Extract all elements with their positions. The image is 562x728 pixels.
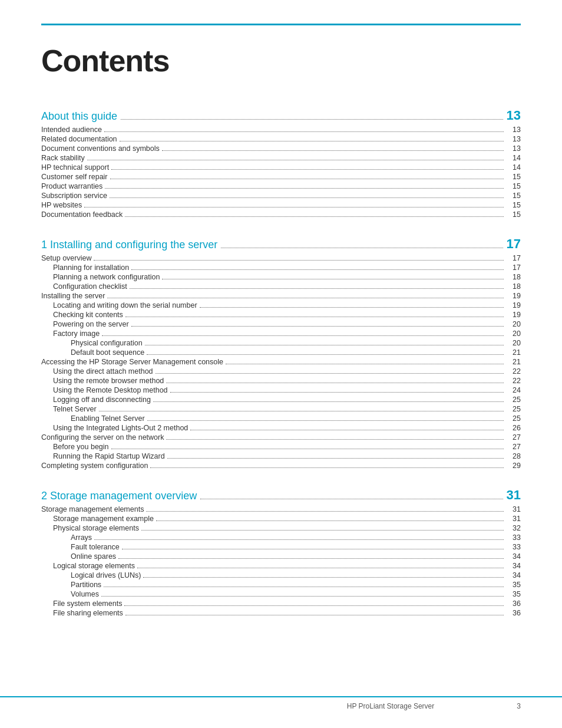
toc-row: Locating and writing down the serial num… xyxy=(41,301,521,309)
toc-page-number: 21 xyxy=(506,348,521,357)
toc-dots xyxy=(104,131,504,132)
toc-dots xyxy=(147,354,504,355)
toc-page-number: 35 xyxy=(506,590,521,598)
toc-row: Telnet Server25 xyxy=(41,405,521,413)
toc-item-label: File system elements xyxy=(53,599,122,608)
toc-page-number: 34 xyxy=(506,552,521,561)
toc-dots xyxy=(124,605,504,606)
toc-page-number: 34 xyxy=(506,571,521,579)
toc-page-number: 21 xyxy=(506,358,521,366)
toc-row: Physical configuration20 xyxy=(41,339,521,347)
toc-row: Planning a network configuration18 xyxy=(41,273,521,281)
toc-page-number: 36 xyxy=(506,599,521,608)
toc-item-label: Related documentation xyxy=(41,135,117,143)
toc-item-label: Factory image xyxy=(53,330,100,338)
toc-dots xyxy=(156,521,504,521)
toc-page-number: 20 xyxy=(506,339,521,347)
toc-item-label: Intended audience xyxy=(41,126,102,134)
toc-row: Checking kit contents19 xyxy=(41,311,521,319)
toc-dots xyxy=(107,298,504,298)
toc-row: Volumes35 xyxy=(41,590,521,598)
toc-item-label: Completing system configuration xyxy=(41,462,148,470)
toc-item-label: Physical configuration xyxy=(71,339,143,347)
toc-dots xyxy=(102,335,504,336)
toc-page-number: 17 xyxy=(506,254,521,262)
section-heading-dots-about xyxy=(121,119,503,120)
toc-dots xyxy=(146,511,504,512)
section-heading-row-about: About this guide13 xyxy=(41,108,521,123)
toc-item-label: HP technical support xyxy=(41,163,109,172)
toc-page-number: 19 xyxy=(506,311,521,319)
toc-page-number: 35 xyxy=(506,581,521,589)
toc-page-number: 32 xyxy=(506,524,521,532)
toc-item-label: Installing the server xyxy=(41,292,105,300)
toc-row: Factory image20 xyxy=(41,330,521,338)
toc-row: Logging off and disconnecting25 xyxy=(41,396,521,404)
toc-item-label: Planning for installation xyxy=(53,263,129,272)
footer-page-number: 3 xyxy=(517,702,521,710)
toc-section-ch1: 1 Installing and configuring the server1… xyxy=(41,236,521,470)
toc-item-label: Using the remote browser method xyxy=(53,377,164,385)
toc-item-label: Document conventions and symbols xyxy=(41,144,160,153)
toc-dots xyxy=(147,420,504,421)
toc-dots xyxy=(125,216,504,217)
footer-text: HP ProLiant Storage Server xyxy=(347,702,435,710)
toc-dots xyxy=(145,345,504,345)
toc-item-label: Arrays xyxy=(71,533,92,542)
footer-right: HP ProLiant Storage Server 3 xyxy=(347,702,521,710)
toc-dots xyxy=(101,596,504,597)
section-heading-ch2[interactable]: 2 Storage management overview xyxy=(41,490,197,502)
toc-page-number: 15 xyxy=(506,210,521,219)
toc-dots xyxy=(190,430,504,430)
toc-row: Storage management example31 xyxy=(41,515,521,523)
toc-row: Before you begin27 xyxy=(41,443,521,451)
toc-row: Arrays33 xyxy=(41,533,521,542)
toc-row: HP technical support14 xyxy=(41,163,521,172)
toc-section-about: About this guide13Intended audience13Rel… xyxy=(41,108,521,219)
toc-dots xyxy=(131,326,504,327)
toc-row: Powering on the server20 xyxy=(41,320,521,328)
toc-row: Online spares34 xyxy=(41,552,521,561)
toc-row: Planning for installation17 xyxy=(41,263,521,272)
section-heading-page-about: 13 xyxy=(507,108,521,123)
toc-dots xyxy=(170,392,504,393)
toc-row: Accessing the HP Storage Server Manageme… xyxy=(41,358,521,366)
toc-row: Documentation feedback15 xyxy=(41,210,521,219)
toc-page-number: 34 xyxy=(506,562,521,570)
section-heading-about[interactable]: About this guide xyxy=(41,110,117,123)
toc-dots xyxy=(166,439,504,440)
toc-dots xyxy=(131,269,504,270)
toc-row: Product warranties15 xyxy=(41,182,521,190)
section-heading-row-ch2: 2 Storage management overview31 xyxy=(41,487,521,503)
toc-item-label: Configuration checklist xyxy=(53,282,127,291)
toc-page-number: 19 xyxy=(506,301,521,309)
toc-dots xyxy=(166,383,504,383)
section-heading-page-ch1: 17 xyxy=(507,236,521,252)
toc-page-number: 15 xyxy=(506,201,521,209)
toc-page-number: 15 xyxy=(506,182,521,190)
toc-dots xyxy=(167,458,504,459)
toc-item-label: Documentation feedback xyxy=(41,210,123,219)
toc-item-label: Physical storage elements xyxy=(53,524,139,532)
toc-page-number: 15 xyxy=(506,192,521,200)
toc-item-label: Checking kit contents xyxy=(53,311,123,319)
toc-page-number: 36 xyxy=(506,609,521,617)
section-heading-dots-ch1 xyxy=(221,248,503,248)
toc-row: Fault tolerance33 xyxy=(41,543,521,551)
page-title: Contents xyxy=(41,43,521,78)
toc-row: Installing the server19 xyxy=(41,292,521,300)
section-heading-ch1[interactable]: 1 Installing and configuring the server xyxy=(41,239,217,251)
toc-item-label: Using the Remote Desktop method xyxy=(53,386,168,394)
toc-item-label: Subscription service xyxy=(41,192,107,200)
toc-page-number: 20 xyxy=(506,330,521,338)
top-rule xyxy=(41,24,521,25)
toc-page-number: 15 xyxy=(506,173,521,181)
toc-row: Rack stability14 xyxy=(41,154,521,162)
section-heading-dots-ch2 xyxy=(200,499,503,499)
toc-page-number: 13 xyxy=(506,126,521,134)
toc-item-label: Running the Rapid Startup Wizard xyxy=(53,452,165,460)
toc-item-label: Using the Integrated Lights-Out 2 method xyxy=(53,424,188,432)
toc-page-number: 31 xyxy=(506,505,521,513)
toc-page-number: 29 xyxy=(506,462,521,470)
toc-row: Enabling Telnet Server25 xyxy=(41,414,521,423)
